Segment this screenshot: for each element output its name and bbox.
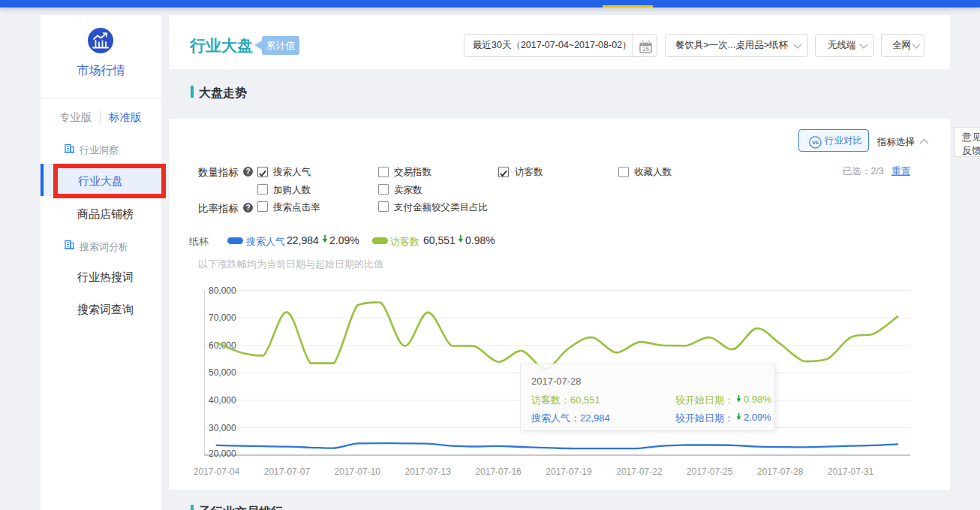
- svg-text:80,000: 80,000: [209, 285, 236, 296]
- svg-text:2017-07-16: 2017-07-16: [475, 466, 522, 477]
- svg-text:30,000: 30,000: [209, 423, 236, 433]
- svg-text:50,000: 50,000: [209, 367, 236, 378]
- svg-text:20,000: 20,000: [209, 448, 236, 459]
- svg-text:2017-07-28: 2017-07-28: [757, 466, 804, 477]
- svg-text:2017-07-19: 2017-07-19: [546, 466, 592, 477]
- svg-text:2017-07-25: 2017-07-25: [687, 466, 733, 477]
- svg-text:70,000: 70,000: [209, 312, 236, 323]
- svg-text:2017-07-10: 2017-07-10: [335, 466, 381, 477]
- svg-text:15: 15: [642, 45, 650, 53]
- svg-text:2017-07-04: 2017-07-04: [194, 466, 240, 477]
- svg-text:2017-07-07: 2017-07-07: [264, 466, 311, 477]
- svg-text:2017-07-13: 2017-07-13: [405, 466, 452, 477]
- svg-text:2017-07-22: 2017-07-22: [616, 466, 663, 477]
- svg-text:2017-07-31: 2017-07-31: [828, 466, 874, 477]
- svg-text:40,000: 40,000: [209, 395, 236, 406]
